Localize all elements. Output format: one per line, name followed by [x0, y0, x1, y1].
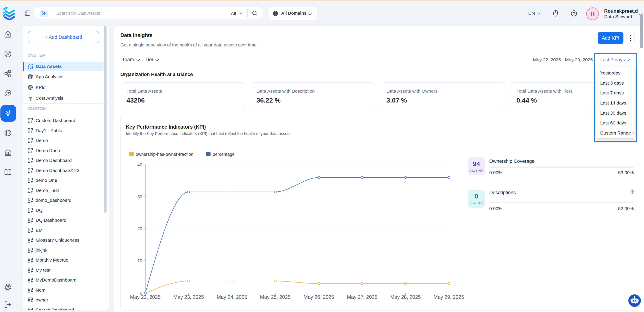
svg-text:?: ? [573, 12, 575, 15]
svg-text:May 26, 2025: May 26, 2025 [304, 294, 334, 300]
svg-text:May 22, 2025: May 22, 2025 [130, 294, 160, 300]
svg-text:20: 20 [138, 226, 142, 231]
svg-text:May 25, 2025: May 25, 2025 [260, 294, 290, 300]
svg-text:40: 40 [138, 162, 142, 167]
svg-text:May 29, 2025: May 29, 2025 [434, 294, 464, 300]
svg-text:May 27, 2025: May 27, 2025 [347, 294, 377, 300]
svg-text:May 23, 2025: May 23, 2025 [173, 294, 204, 300]
svg-text:10: 10 [138, 258, 142, 263]
svg-text:May 28, 2025: May 28, 2025 [390, 294, 420, 300]
svg-text:30: 30 [138, 194, 142, 199]
svg-text:May 24, 2025: May 24, 2025 [217, 294, 247, 300]
